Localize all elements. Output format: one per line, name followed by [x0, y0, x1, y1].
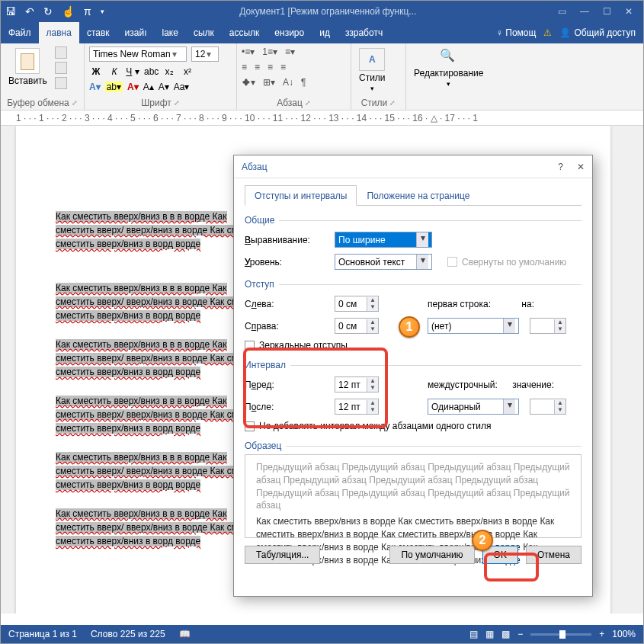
sort-icon[interactable]: A↓	[283, 77, 293, 88]
share-button[interactable]: 👤 Общий доступ	[559, 27, 636, 38]
preview-box: Предыдущий абзац Предыдущий абзац Предыд…	[245, 454, 582, 538]
tabs-button[interactable]: Табуляция...	[245, 546, 320, 564]
text-effects-icon[interactable]: A▾	[89, 82, 101, 92]
font-size-combo[interactable]: 12▾	[191, 46, 219, 62]
save-icon[interactable]: 🖫	[5, 5, 16, 18]
show-marks-icon[interactable]: ¶	[301, 77, 306, 88]
superscript-button[interactable]: x²	[181, 66, 194, 77]
minimize-icon[interactable]: —	[580, 6, 589, 17]
first-line-label: первая строка:	[428, 299, 505, 309]
justify-icon[interactable]: ≡	[280, 62, 286, 72]
numbering-icon[interactable]: 1≡▾	[262, 46, 277, 57]
tab-layout[interactable]: lаке	[154, 22, 185, 43]
indent-right-label: Справа:	[245, 321, 328, 332]
zoom-out-icon[interactable]: −	[517, 629, 523, 639]
tab-indents-spacing[interactable]: Отступы и интервалы	[245, 185, 357, 206]
editing-button[interactable]: 🔍 Редактирование▾	[411, 46, 486, 89]
undo-icon[interactable]: ↶	[25, 5, 34, 18]
collapsed-checkbox	[447, 257, 457, 267]
word-count[interactable]: Слово 225 из 225	[91, 629, 165, 639]
set-default-button[interactable]: По умолчанию	[389, 546, 474, 564]
zoom-in-icon[interactable]: +	[599, 629, 604, 639]
styles-icon: A	[359, 48, 385, 71]
first-line-combo[interactable]: (нет)▾	[428, 318, 519, 334]
paragraph-dialog: Абзац ?✕ Отступы и интервалы Положение н…	[233, 155, 593, 597]
view-read-icon[interactable]: ▤	[469, 629, 478, 639]
align-left-icon[interactable]: ≡	[242, 62, 247, 72]
tab-mailings[interactable]: ассылк	[222, 22, 268, 43]
dialog-title: Абзац	[242, 162, 268, 172]
view-print-icon[interactable]: ▦	[485, 629, 494, 639]
bold-button[interactable]: Ж	[89, 66, 103, 77]
qat-dropdown-icon[interactable]: ▾	[101, 8, 104, 15]
redo-icon[interactable]: ↻	[43, 5, 53, 18]
borders-icon[interactable]: ⊞▾	[263, 77, 275, 88]
ribbon-options-icon[interactable]: ▭	[558, 6, 566, 17]
align-right-icon[interactable]: ≡	[268, 62, 273, 72]
align-center-icon[interactable]: ≡	[255, 62, 260, 72]
spacing-before-spinner[interactable]: 12 пт▲▼	[335, 376, 379, 392]
spacing-after-label: После:	[245, 402, 328, 412]
spacing-after-spinner[interactable]: 12 пт▲▼	[335, 399, 379, 415]
line-spacing-combo[interactable]: Одинарный▾	[428, 399, 519, 415]
outline-level-label: УУровень:	[245, 257, 328, 268]
cancel-button[interactable]: Отмена	[526, 546, 582, 564]
find-icon: 🔍	[440, 48, 458, 66]
font-name-combo[interactable]: Times New Roman▾	[89, 46, 187, 62]
view-web-icon[interactable]: ▩	[501, 629, 510, 639]
italic-button[interactable]: К	[107, 66, 121, 77]
first-line-by-spinner[interactable]: ▲▼	[530, 318, 566, 334]
help-icon[interactable]: ♀ Помощ	[496, 27, 536, 38]
font-color-icon[interactable]: A▾	[127, 82, 139, 92]
tab-file[interactable]: Файл	[1, 22, 39, 43]
document-title: Документ1 [Режим ограниченной функц...	[109, 6, 547, 17]
tab-view[interactable]: ид	[312, 22, 338, 43]
close-icon[interactable]: ✕	[625, 6, 633, 17]
tab-developer[interactable]: ззработч	[338, 22, 390, 43]
tab-insert[interactable]: ставк	[79, 22, 117, 43]
equation-icon[interactable]: π	[84, 5, 91, 18]
shading-icon[interactable]: 🟆▾	[242, 77, 255, 88]
subscript-button[interactable]: x₂	[162, 66, 176, 77]
dialog-close-icon[interactable]: ✕	[577, 162, 585, 172]
outline-level-combo[interactable]: Основной текст▾	[335, 254, 432, 270]
shrink-font-icon[interactable]: A▾	[159, 82, 169, 92]
indent-left-spinner[interactable]: 0 см▲▼	[335, 296, 379, 312]
quick-access-toolbar: 🖫 ↶ ↻ ☝ π ▾	[1, 5, 109, 18]
multilevel-icon[interactable]: ≡▾	[285, 46, 295, 57]
format-painter-icon[interactable]	[55, 77, 67, 89]
grow-font-icon[interactable]: A▴	[143, 82, 154, 92]
highlight-icon[interactable]: ab▾	[105, 82, 123, 92]
spellcheck-icon[interactable]: 📖	[179, 629, 191, 639]
touch-icon[interactable]: ☝	[62, 5, 75, 18]
change-case-icon[interactable]: Aa▾	[174, 82, 190, 92]
alignment-combo[interactable]: По ширине▾	[335, 232, 432, 248]
tab-design[interactable]: изайı	[117, 22, 155, 43]
bullets-icon[interactable]: •≡▾	[242, 46, 255, 57]
dialog-titlebar[interactable]: Абзац ?✕	[234, 155, 592, 178]
warning-icon[interactable]: ⚠	[543, 27, 552, 38]
dialog-help-icon[interactable]: ?	[558, 162, 563, 172]
ruler[interactable]: 1 · · · 1 · · · 2 · · · 3 · · · 4 · · · …	[1, 111, 643, 126]
maximize-icon[interactable]: ☐	[603, 6, 611, 17]
underline-button[interactable]: Ч ▾	[126, 66, 139, 77]
page-status[interactable]: Страница 1 из 1	[8, 629, 77, 639]
styles-button[interactable]: A Стили▾	[356, 46, 389, 94]
copy-icon[interactable]	[55, 62, 67, 74]
paste-button[interactable]: Вставить	[5, 46, 50, 88]
zoom-level[interactable]: 100%	[612, 629, 636, 639]
paste-icon	[15, 48, 40, 74]
mirror-indents-checkbox[interactable]	[245, 341, 255, 351]
tab-references[interactable]: сылк	[186, 22, 222, 43]
indent-right-spinner[interactable]: 0 см▲▼	[335, 318, 379, 334]
tab-review[interactable]: ензиро	[267, 22, 312, 43]
indent-left-label: Слева:	[245, 299, 328, 309]
line-spacing-at-spinner[interactable]: ▲▼	[530, 399, 566, 415]
tab-line-page-breaks[interactable]: Положение на странице	[357, 185, 479, 206]
strike-button[interactable]: abc	[144, 66, 158, 77]
no-space-same-style-checkbox[interactable]	[245, 421, 255, 431]
status-bar: Страница 1 из 1 Слово 225 из 225 📖 ▤ ▦ ▩…	[1, 625, 643, 643]
cut-icon[interactable]	[55, 46, 67, 59]
tab-home[interactable]: лавна	[39, 22, 79, 43]
zoom-slider[interactable]	[530, 633, 591, 636]
